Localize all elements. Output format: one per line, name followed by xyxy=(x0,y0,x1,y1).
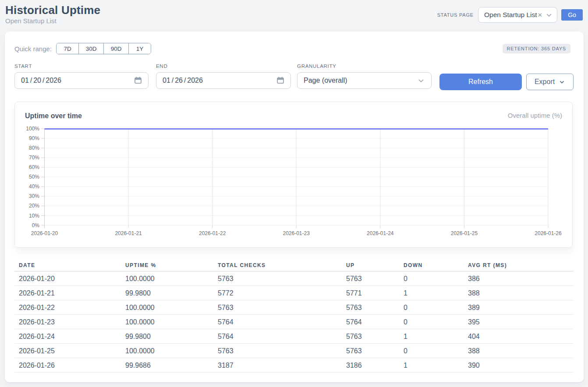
svg-text:2026-01-21: 2026-01-21 xyxy=(115,230,142,236)
svg-text:90%: 90% xyxy=(29,135,39,141)
svg-text:0%: 0% xyxy=(32,222,40,229)
svg-text:40%: 40% xyxy=(29,183,39,190)
svg-text:2026-01-25: 2026-01-25 xyxy=(451,230,478,236)
svg-text:2026-01-20: 2026-01-20 xyxy=(31,230,58,236)
svg-text:20%: 20% xyxy=(29,203,39,209)
svg-text:30%: 30% xyxy=(29,193,39,199)
svg-text:2026-01-22: 2026-01-22 xyxy=(199,230,226,236)
svg-text:2026-01-26: 2026-01-26 xyxy=(535,230,562,236)
svg-text:100%: 100% xyxy=(26,126,39,132)
svg-text:80%: 80% xyxy=(29,145,39,151)
svg-text:2026-01-23: 2026-01-23 xyxy=(283,230,310,236)
svg-text:60%: 60% xyxy=(29,164,39,170)
svg-text:70%: 70% xyxy=(29,155,39,161)
svg-text:50%: 50% xyxy=(29,174,39,180)
svg-text:2026-01-24: 2026-01-24 xyxy=(367,230,394,236)
svg-text:10%: 10% xyxy=(29,213,39,219)
